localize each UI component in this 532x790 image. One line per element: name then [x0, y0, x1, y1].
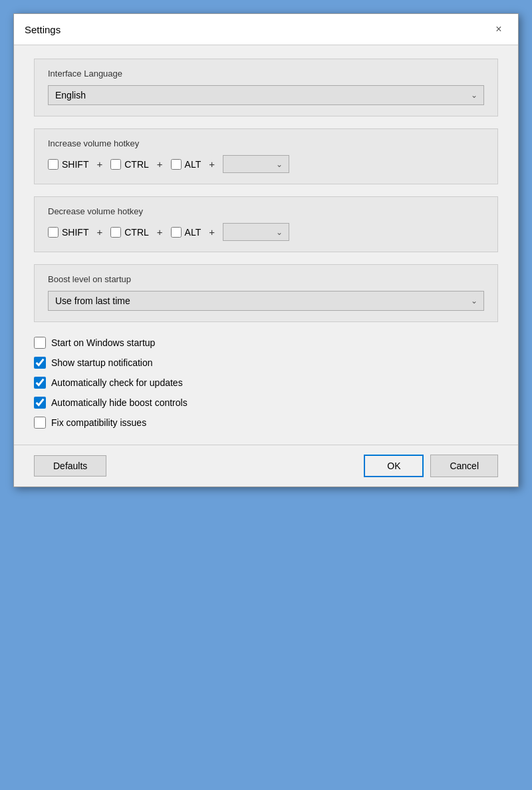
decrease-key-select[interactable]: A B Up Down: [223, 223, 289, 241]
decrease-plus-2: +: [154, 226, 166, 238]
language-label: Interface Language: [48, 69, 484, 79]
dialog-footer: Defaults OK Cancel: [14, 445, 518, 487]
increase-ctrl-label: CTRL: [124, 159, 149, 170]
increase-ctrl-checkbox[interactable]: [110, 159, 121, 170]
compatibility-checkbox-item: Fix compatibility issues: [34, 417, 498, 429]
increase-shift-item: SHIFT: [48, 159, 88, 170]
increase-hotkey-label: Increase volume hotkey: [48, 138, 484, 148]
decrease-shift-checkbox[interactable]: [48, 227, 59, 238]
updates-checkbox[interactable]: [34, 377, 46, 389]
notification-checkbox-item: Show startup notification: [34, 357, 498, 369]
settings-dialog: Settings × Interface Language English Fr…: [13, 13, 519, 487]
defaults-button[interactable]: Defaults: [34, 455, 106, 477]
startup-checkbox[interactable]: [34, 337, 46, 349]
increase-plus-1: +: [94, 158, 105, 170]
increase-hotkey-row: SHIFT + CTRL + ALT + A B: [48, 155, 484, 173]
language-select-wrapper: English French German Spanish Russian ⌄: [48, 85, 484, 105]
cancel-button[interactable]: Cancel: [430, 455, 498, 477]
decrease-ctrl-checkbox[interactable]: [110, 227, 121, 238]
boost-level-label: Boost level on startup: [48, 274, 484, 284]
ok-button[interactable]: OK: [364, 455, 424, 477]
updates-checkbox-label[interactable]: Automatically check for updates: [51, 377, 183, 388]
hide-boost-checkbox[interactable]: [34, 397, 46, 409]
decrease-alt-checkbox[interactable]: [171, 227, 182, 238]
increase-shift-label: SHIFT: [62, 159, 88, 170]
notification-checkbox[interactable]: [34, 357, 46, 369]
startup-checkbox-item: Start on Windows startup: [34, 337, 498, 349]
decrease-ctrl-item: CTRL: [110, 227, 149, 238]
decrease-ctrl-label: CTRL: [124, 227, 149, 238]
boost-level-section: Boost level on startup Use from last tim…: [34, 264, 498, 322]
increase-shift-checkbox[interactable]: [48, 159, 59, 170]
hide-boost-checkbox-label[interactable]: Automatically hide boost controls: [51, 397, 188, 408]
increase-alt-item: ALT: [171, 159, 201, 170]
increase-key-select-wrapper: A B Up Down ⌄: [223, 155, 289, 173]
decrease-plus-3: +: [206, 226, 217, 238]
decrease-alt-item: ALT: [171, 227, 201, 238]
language-select[interactable]: English French German Spanish Russian: [48, 85, 484, 105]
decrease-hotkey-row: SHIFT + CTRL + ALT + A B: [48, 223, 484, 241]
dialog-body: Interface Language English French German…: [14, 45, 518, 445]
boost-level-select-wrapper: Use from last time 0% 50% 100% 150% 200%…: [48, 291, 484, 311]
decrease-hotkey-label: Decrease volume hotkey: [48, 206, 484, 216]
boost-level-select[interactable]: Use from last time 0% 50% 100% 150% 200%: [48, 291, 484, 311]
increase-alt-label: ALT: [185, 159, 201, 170]
increase-hotkey-section: Increase volume hotkey SHIFT + CTRL + AL…: [34, 128, 498, 184]
increase-ctrl-item: CTRL: [110, 159, 149, 170]
decrease-key-select-wrapper: A B Up Down ⌄: [223, 223, 289, 241]
hide-boost-checkbox-item: Automatically hide boost controls: [34, 397, 498, 409]
decrease-shift-item: SHIFT: [48, 227, 88, 238]
increase-plus-3: +: [206, 158, 217, 170]
increase-alt-checkbox[interactable]: [171, 159, 182, 170]
checkboxes-section: Start on Windows startup Show startup no…: [34, 334, 498, 431]
compatibility-checkbox[interactable]: [34, 417, 46, 429]
close-button[interactable]: ×: [490, 21, 507, 38]
compatibility-checkbox-label[interactable]: Fix compatibility issues: [51, 417, 146, 428]
dialog-title: Settings: [25, 24, 61, 35]
updates-checkbox-item: Automatically check for updates: [34, 377, 498, 389]
footer-right-buttons: OK Cancel: [364, 455, 498, 477]
increase-key-select[interactable]: A B Up Down: [223, 155, 289, 173]
decrease-plus-1: +: [94, 226, 105, 238]
decrease-shift-label: SHIFT: [62, 227, 88, 238]
notification-checkbox-label[interactable]: Show startup notification: [51, 357, 153, 368]
decrease-alt-label: ALT: [185, 227, 201, 238]
language-section: Interface Language English French German…: [34, 59, 498, 116]
startup-checkbox-label[interactable]: Start on Windows startup: [51, 337, 155, 348]
title-bar: Settings ×: [14, 14, 518, 45]
decrease-hotkey-section: Decrease volume hotkey SHIFT + CTRL + AL…: [34, 196, 498, 252]
increase-plus-2: +: [154, 158, 166, 170]
